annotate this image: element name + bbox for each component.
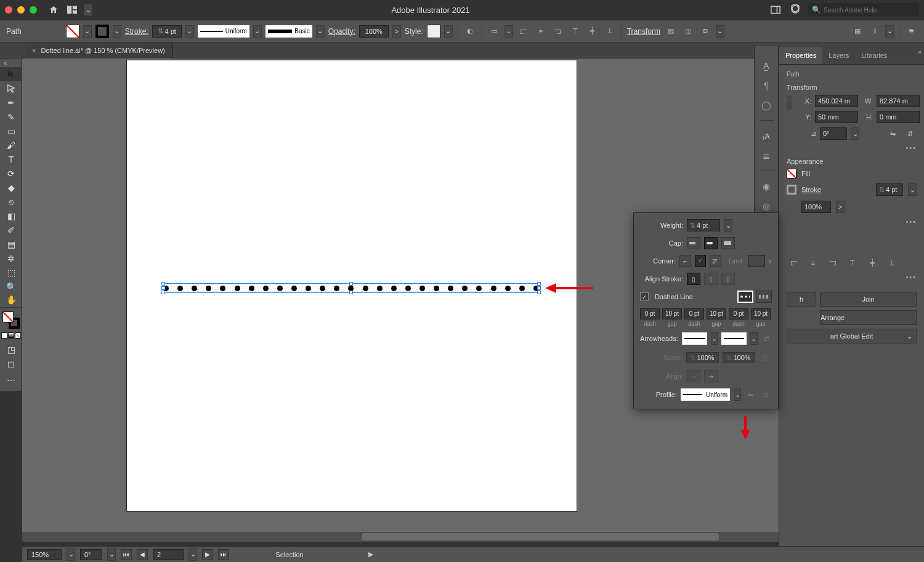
handle-bl[interactable]: [161, 291, 165, 294]
align-to-selection-icon[interactable]: ▭: [487, 25, 501, 38]
profile-dropdown[interactable]: ⌄: [253, 25, 262, 38]
start-global-edit-button[interactable]: art Global Edit ⌄: [787, 329, 917, 343]
handle-mr[interactable]: [537, 286, 541, 290]
artboard-tool[interactable]: ⬚: [0, 265, 22, 279]
rotate-tool[interactable]: ⟳: [0, 166, 22, 180]
workspace-switcher-icon[interactable]: [769, 3, 782, 17]
dash-align-corners[interactable]: [756, 291, 772, 303]
edit-similar-icon[interactable]: ⧉: [699, 25, 712, 38]
stroke-weight-panel-dropdown[interactable]: ⌄: [908, 183, 917, 196]
arrowhead-start-dropdown[interactable]: ⌄: [711, 332, 718, 345]
opacity-link[interactable]: Opacity:: [328, 27, 355, 36]
align-bottom-icon[interactable]: ⊥: [603, 25, 617, 38]
gap-field-3[interactable]: 10 pt: [751, 308, 771, 319]
search-help-field[interactable]: [824, 7, 915, 14]
symbol-sprayer-tool[interactable]: ✲: [0, 251, 22, 265]
align-stroke-center[interactable]: ▯: [687, 273, 700, 285]
fill-dropdown[interactable]: ⌄: [83, 25, 92, 38]
similar-dropdown[interactable]: ⌄: [716, 25, 724, 38]
stroke-color-swatch[interactable]: [787, 185, 796, 195]
handle-tr[interactable]: [537, 282, 541, 286]
stroke-dropdown[interactable]: ⌄: [113, 25, 121, 38]
snap-options-icon[interactable]: ⦀: [868, 25, 881, 38]
snap-dropdown[interactable]: ⌄: [885, 25, 894, 38]
zoom-field[interactable]: 150%: [27, 549, 62, 560]
swap-arrowheads-icon[interactable]: ⇄: [761, 332, 772, 345]
minimize-window-button[interactable]: [17, 6, 25, 14]
align-top-btn[interactable]: ⊤: [846, 256, 859, 270]
corner-bevel[interactable]: ◸: [710, 255, 721, 267]
paintbrush-tool[interactable]: 🖌: [0, 138, 22, 152]
arrange-documents-button[interactable]: [65, 3, 79, 17]
opacity-field-panel[interactable]: 100%: [801, 201, 831, 213]
transform-link[interactable]: Transform: [627, 27, 660, 36]
color-fill-mode[interactable]: [1, 332, 7, 339]
panel-collapse-chevron[interactable]: »: [918, 49, 922, 55]
dash-align-preserve[interactable]: [737, 291, 753, 303]
dashed-line-checkbox[interactable]: ✓: [640, 292, 649, 301]
paragraph-panel-icon[interactable]: ¶: [764, 81, 769, 90]
tab-libraries[interactable]: Libraries: [855, 47, 893, 64]
appearance-more-options[interactable]: •••: [787, 218, 917, 225]
flip-horizontal-icon[interactable]: ⇋: [886, 127, 899, 140]
arrowhead-end-dropdown[interactable]: ⌄: [750, 332, 757, 345]
stroke-weight-dropdown[interactable]: ⌄: [185, 25, 194, 38]
stroke-weight-field[interactable]: ⇅4 pt: [152, 25, 182, 38]
angle-field[interactable]: 0°: [820, 127, 847, 140]
fill-swatch[interactable]: [66, 25, 79, 38]
isolate-icon[interactable]: ◫: [681, 25, 695, 38]
gap-field-1[interactable]: 10 pt: [662, 308, 682, 319]
angle-dropdown[interactable]: ⌄: [851, 127, 859, 140]
stroke-label[interactable]: Stroke: [801, 186, 821, 193]
selected-object[interactable]: [163, 283, 540, 293]
cap-projecting[interactable]: [721, 237, 735, 249]
maximize-window-button[interactable]: [30, 6, 37, 14]
cap-round[interactable]: [704, 237, 718, 249]
gap-field-2[interactable]: 10 pt: [707, 308, 726, 319]
eraser-tool[interactable]: ◧: [0, 209, 22, 223]
arrange-documents-dropdown[interactable]: ⌄: [84, 4, 92, 16]
align-left-icon[interactable]: ⫍: [517, 25, 530, 38]
handle-bm[interactable]: [349, 291, 353, 294]
align-hcenter-icon[interactable]: ≡: [534, 25, 548, 38]
zoom-dropdown[interactable]: ⌄: [67, 548, 75, 561]
align-top-icon[interactable]: ⊤: [569, 25, 582, 38]
tab-properties[interactable]: Properties: [779, 47, 822, 64]
arrange-button[interactable]: Arrange: [820, 310, 917, 325]
artboard-dropdown[interactable]: ⌄: [188, 548, 197, 561]
variable-width-profile[interactable]: Uniform: [198, 25, 249, 38]
dash-field-2[interactable]: 0 pt: [684, 308, 704, 319]
curvature-tool[interactable]: ✎: [0, 110, 22, 124]
align-to-dropdown[interactable]: ⌄: [505, 25, 513, 38]
close-window-button[interactable]: [5, 6, 12, 14]
h-field[interactable]: 0 mm: [877, 111, 920, 123]
align-hcenter-btn[interactable]: ≡: [806, 256, 820, 270]
style-dropdown[interactable]: ⌄: [444, 25, 453, 38]
hand-tool[interactable]: ✋: [0, 294, 22, 308]
help-tips-icon[interactable]: [788, 3, 802, 17]
search-help-input[interactable]: 🔍: [808, 3, 919, 17]
corner-round[interactable]: ◜: [695, 255, 707, 267]
cap-butt[interactable]: [687, 237, 700, 249]
rotation-dropdown[interactable]: ⌄: [107, 548, 116, 561]
direct-selection-tool[interactable]: [0, 81, 22, 95]
unknown-action-button[interactable]: h: [787, 292, 816, 307]
brush-definition[interactable]: Basic: [265, 25, 312, 38]
opentype-panel-icon[interactable]: ◯: [761, 100, 771, 110]
artboard-first[interactable]: ⏮: [121, 549, 132, 560]
tab-layers[interactable]: Layers: [822, 47, 855, 64]
x-field[interactable]: 450.024 m: [815, 95, 858, 107]
zoom-tool[interactable]: 🔍: [0, 279, 22, 294]
document-tab[interactable]: × Dotted line.ai* @ 150 % (CMYK/Preview): [25, 42, 173, 58]
align-vcenter-btn[interactable]: ┿: [865, 256, 879, 270]
artboard-prev[interactable]: ◀: [137, 549, 148, 560]
handle-tm[interactable]: [349, 282, 353, 286]
status-play-icon[interactable]: ▶: [368, 550, 373, 558]
handle-ml[interactable]: [161, 286, 165, 290]
y-field[interactable]: 50 mm: [815, 111, 858, 123]
rotation-field[interactable]: 0°: [80, 549, 102, 560]
rectangle-tool[interactable]: ▭: [0, 124, 22, 138]
home-icon[interactable]: [47, 3, 60, 17]
arrowhead-start[interactable]: [682, 332, 707, 345]
pen-tool[interactable]: ✒: [0, 95, 22, 110]
